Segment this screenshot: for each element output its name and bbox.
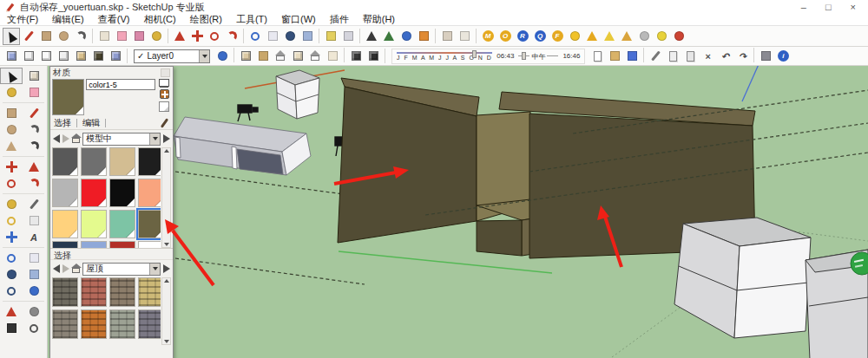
walk-tool-icon[interactable] [0, 320, 23, 336]
material-swatch-14[interactable] [81, 241, 107, 248]
materials-browser-icon[interactable] [322, 28, 339, 45]
pan-tool-icon[interactable] [23, 250, 45, 266]
geo-location-icon[interactable] [398, 28, 415, 45]
polygon-tool-icon[interactable] [95, 28, 113, 45]
new-file-icon[interactable] [589, 48, 606, 65]
menu-item-7[interactable]: 窗口(W) [281, 13, 316, 26]
swatch-scrollbar[interactable] [161, 147, 171, 248]
barrel-tile-texture[interactable] [81, 309, 107, 339]
back-edges-style-icon[interactable] [107, 48, 124, 65]
gray-ball-plugin-icon[interactable] [635, 28, 653, 45]
plugin-o-coin-icon[interactable]: O [496, 28, 514, 45]
layer-manager-icon[interactable] [214, 48, 231, 65]
components-browser-icon[interactable] [339, 28, 357, 45]
open-file-icon[interactable] [606, 48, 623, 65]
menu-item-3[interactable]: 查看(V) [98, 13, 130, 26]
eraser-tool-icon[interactable] [23, 84, 45, 101]
plugin-f-coin-icon[interactable]: F [549, 28, 566, 45]
tab-edit[interactable]: 编辑 [82, 117, 100, 129]
dark-component-info-icon[interactable] [365, 48, 382, 65]
details-arrow-icon[interactable] [163, 134, 170, 143]
sandbox-plugin-icon[interactable] [438, 28, 456, 45]
xray-style-icon[interactable] [3, 48, 20, 65]
scroll-down-icon[interactable] [164, 340, 169, 343]
material-swatch-9[interactable] [52, 210, 78, 238]
material-swatch-5[interactable] [52, 179, 78, 207]
follow-me-tool-icon[interactable] [223, 28, 240, 45]
back-arrow-icon[interactable] [53, 264, 60, 273]
material-swatch-15[interactable] [109, 241, 135, 248]
material-swatch-1[interactable] [52, 147, 78, 176]
roof-component-icon[interactable] [289, 48, 306, 65]
shadow-time-slider[interactable]: 中午 [518, 55, 558, 56]
arrow-up-plugin-icon[interactable] [583, 28, 601, 45]
component-box-icon[interactable] [237, 48, 254, 65]
offset-tool-icon[interactable] [23, 175, 45, 192]
plugin-q-coin-icon[interactable]: Q [531, 28, 549, 45]
paint-bucket-icon[interactable] [148, 28, 165, 45]
material-preview-swatch[interactable] [52, 79, 84, 115]
arc-tool-icon[interactable] [23, 121, 45, 138]
make-component-icon[interactable] [23, 68, 45, 84]
menu-item-5[interactable]: 绘图(R) [190, 13, 222, 26]
close-button[interactable]: × [851, 2, 856, 12]
shadow-date-slider[interactable]: J F M A M J J A S O N D [397, 52, 492, 61]
door-component-icon[interactable] [254, 48, 272, 65]
tab-select[interactable]: 选择 [54, 117, 71, 129]
chevron-down-icon[interactable] [149, 133, 160, 145]
dark-component-icon[interactable] [347, 48, 365, 65]
slate-shingles-texture[interactable] [52, 277, 78, 307]
wireframe-style-icon[interactable] [20, 48, 37, 65]
pan-tool-icon[interactable] [264, 28, 281, 45]
secondary-pane-icon[interactable] [159, 79, 169, 87]
print-icon[interactable] [757, 48, 774, 65]
threed-text-icon[interactable]: A [23, 229, 45, 245]
material-name-input[interactable] [86, 79, 155, 90]
scroll-down-icon[interactable] [164, 243, 169, 246]
sample-paint-icon[interactable] [161, 118, 168, 128]
select-tool-icon[interactable] [0, 68, 23, 84]
collection-dropdown[interactable]: 模型中 [82, 133, 161, 146]
select-tool-icon[interactable] [3, 28, 20, 45]
brown-shingles-texture[interactable] [52, 309, 78, 339]
scroll-up-icon[interactable] [164, 149, 169, 153]
home-icon[interactable] [72, 268, 80, 273]
rectangle-tool-icon[interactable] [37, 28, 55, 45]
details-arrow-icon[interactable] [163, 264, 170, 273]
polygon-tool-icon[interactable] [0, 138, 23, 154]
create-material-icon[interactable] [160, 89, 169, 99]
redo-icon[interactable]: ↷ [733, 48, 751, 65]
library-dropdown[interactable]: 屋顶 [82, 263, 161, 276]
chevron-down-icon[interactable] [149, 264, 160, 275]
turn-tool-icon[interactable] [23, 320, 45, 336]
burst-plugin-icon[interactable] [653, 28, 670, 45]
plugin-m-coin-icon[interactable]: M [479, 28, 496, 45]
house-component-icon[interactable] [272, 48, 289, 65]
orbit-tool-icon[interactable] [0, 250, 23, 266]
scroll-up-icon[interactable] [164, 279, 169, 283]
tape-measure-icon[interactable] [0, 196, 23, 212]
material-swatch-11[interactable] [109, 210, 135, 238]
zoom-tool-icon[interactable] [281, 28, 299, 45]
line-tool-icon[interactable] [20, 28, 37, 45]
menu-item-9[interactable]: 帮助(H) [363, 13, 395, 26]
concrete-roof-texture[interactable] [109, 309, 135, 339]
zoom-extents-icon[interactable] [23, 266, 45, 283]
push-pull-tool-icon[interactable] [23, 159, 45, 175]
material-swatch-4[interactable] [138, 147, 161, 176]
shaded-textures-style-icon[interactable] [72, 48, 89, 65]
move-tool-icon[interactable] [0, 159, 23, 175]
rectangle-tool-icon[interactable] [0, 105, 23, 121]
purple-slate-texture[interactable] [138, 309, 161, 339]
menu-item-2[interactable]: 编辑(E) [52, 13, 84, 26]
forward-arrow-icon[interactable] [62, 264, 69, 273]
plugin-r-coin-icon[interactable]: R [514, 28, 531, 45]
material-swatch-12[interactable] [138, 210, 161, 238]
circle-tool-icon[interactable] [55, 28, 72, 45]
forward-arrow-icon[interactable] [62, 134, 69, 143]
color-wheel-plugin-icon[interactable] [670, 28, 687, 45]
zoom-window-icon[interactable] [0, 283, 23, 299]
material-swatch-3[interactable] [109, 147, 135, 176]
previous-view-icon[interactable] [23, 283, 45, 299]
undo-icon[interactable]: ↶ [716, 48, 733, 65]
